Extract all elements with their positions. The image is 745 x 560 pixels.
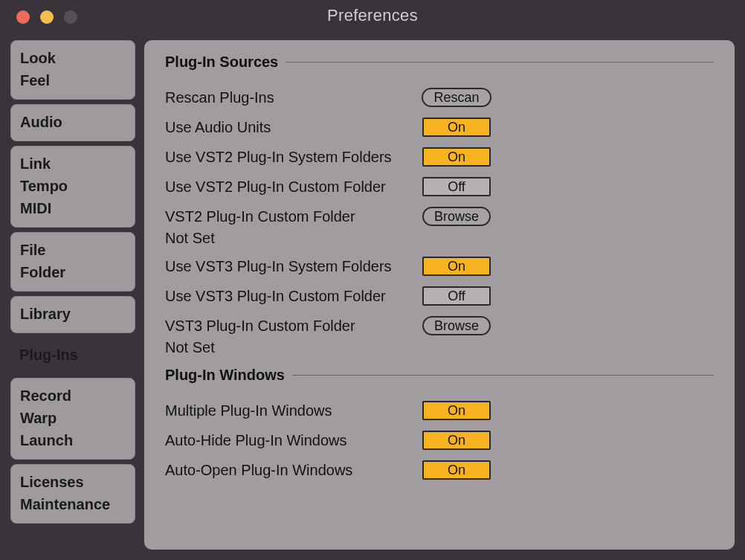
label: Rescan Plug-Ins — [165, 89, 421, 106]
label: Use VST3 Plug-In System Folders — [165, 258, 421, 275]
use-vst2-custom-toggle[interactable]: Off — [422, 177, 491, 196]
windows-rows: Multiple Plug-In Windows On Auto-Hide Pl… — [165, 396, 714, 485]
sidebar-item-label: Library — [20, 303, 126, 325]
sidebar-item-label: Launch — [20, 429, 126, 451]
vst3-custom-folder-value: Not Set — [165, 339, 714, 356]
sidebar-item-label: Tempo — [20, 175, 126, 197]
sidebar-item-label: MIDI — [20, 197, 126, 219]
sidebar-item-file-folder[interactable]: File Folder — [10, 232, 135, 292]
sidebar-item-library[interactable]: Library — [10, 296, 135, 333]
preferences-body: Look Feel Audio Link Tempo MIDI File Fol… — [10, 40, 735, 550]
sidebar-item-plug-ins[interactable]: Plug-Ins — [10, 338, 135, 373]
label: VST2 Plug-In Custom Folder — [165, 208, 421, 225]
use-vst3-system-toggle[interactable]: On — [422, 257, 491, 276]
row-vst3-custom-folder: VST3 Plug-In Custom Folder Browse — [165, 311, 714, 341]
window-title: Preferences — [0, 6, 745, 25]
sidebar-item-label: Look — [20, 47, 126, 69]
section-rule — [286, 62, 714, 62]
window-minimize-icon[interactable] — [40, 10, 54, 24]
vst3-custom-browse-button[interactable]: Browse — [422, 316, 491, 335]
autohide-plugin-windows-toggle[interactable]: On — [422, 431, 491, 450]
label: VST3 Plug-In Custom Folder — [165, 318, 421, 335]
row-autohide-plugin-windows: Auto-Hide Plug-In Windows On — [165, 425, 714, 455]
rescan-button[interactable]: Rescan — [422, 88, 491, 107]
sidebar-item-label: File — [20, 239, 126, 261]
sidebar-item-link-tempo-midi[interactable]: Link Tempo MIDI — [10, 146, 135, 228]
multiple-plugin-windows-toggle[interactable]: On — [422, 401, 491, 420]
window-traffic-lights — [16, 10, 77, 24]
label: Auto-Hide Plug-In Windows — [165, 432, 421, 449]
sidebar-item-audio[interactable]: Audio — [10, 104, 135, 141]
sidebar-item-label: Audio — [20, 111, 126, 133]
row-autoopen-plugin-windows: Auto-Open Plug-In Windows On — [165, 455, 714, 485]
sidebar-item-label: Record — [20, 384, 126, 407]
sidebar-item-record-warp-launch[interactable]: Record Warp Launch — [10, 378, 135, 460]
row-use-vst2-custom: Use VST2 Plug-In Custom Folder Off — [165, 172, 714, 202]
sidebar-item-licenses-maintenance[interactable]: Licenses Maintenance — [10, 464, 135, 524]
label: Use VST2 Plug-In System Folders — [165, 149, 421, 166]
sidebar-item-label: Licenses — [20, 471, 126, 493]
row-rescan: Rescan Plug-Ins Rescan — [165, 83, 714, 112]
sidebar-item-label: Plug-Ins — [19, 344, 126, 366]
sidebar: Look Feel Audio Link Tempo MIDI File Fol… — [10, 40, 135, 550]
row-use-audio-units: Use Audio Units On — [165, 112, 714, 142]
use-vst3-custom-toggle[interactable]: Off — [422, 286, 491, 306]
sidebar-item-look-feel[interactable]: Look Feel — [10, 40, 135, 100]
label: Multiple Plug-In Windows — [165, 402, 421, 419]
row-use-vst3-custom: Use VST3 Plug-In Custom Folder Off — [165, 281, 714, 311]
titlebar: Preferences — [0, 0, 745, 31]
section-header-windows: Plug-In Windows — [165, 367, 714, 384]
window-close-icon[interactable] — [16, 10, 30, 24]
label: Use Audio Units — [165, 119, 421, 136]
sidebar-item-label: Feel — [20, 69, 126, 91]
section-title: Plug-In Sources — [165, 54, 278, 71]
section-title: Plug-In Windows — [165, 367, 285, 384]
row-multiple-plugin-windows: Multiple Plug-In Windows On — [165, 396, 714, 425]
window-zoom-icon[interactable] — [64, 10, 77, 24]
use-vst2-system-toggle[interactable]: On — [422, 147, 491, 167]
sidebar-item-label: Link — [20, 152, 126, 175]
vst2-custom-folder-value: Not Set — [165, 230, 714, 247]
autoopen-plugin-windows-toggle[interactable]: On — [422, 460, 491, 480]
vst2-custom-browse-button[interactable]: Browse — [422, 207, 491, 226]
label: Auto-Open Plug-In Windows — [165, 462, 421, 479]
row-vst2-custom-folder: VST2 Plug-In Custom Folder Browse — [165, 202, 714, 231]
sidebar-item-label: Warp — [20, 407, 126, 429]
section-rule — [292, 375, 714, 376]
section-header-sources: Plug-In Sources — [165, 54, 714, 71]
label: Use VST3 Plug-In Custom Folder — [165, 288, 421, 305]
content-pane: Plug-In Sources Rescan Plug-Ins Rescan U… — [144, 40, 735, 550]
row-use-vst2-system: Use VST2 Plug-In System Folders On — [165, 142, 714, 172]
row-use-vst3-system: Use VST3 Plug-In System Folders On — [165, 251, 714, 281]
sidebar-item-label: Maintenance — [20, 493, 126, 515]
use-audio-units-toggle[interactable]: On — [422, 118, 491, 137]
label: Use VST2 Plug-In Custom Folder — [165, 178, 421, 196]
preferences-window: Preferences Look Feel Audio Link Tempo M… — [0, 0, 745, 560]
sources-rows: Rescan Plug-Ins Rescan Use Audio Units O… — [165, 83, 714, 361]
sidebar-item-label: Folder — [20, 261, 126, 283]
